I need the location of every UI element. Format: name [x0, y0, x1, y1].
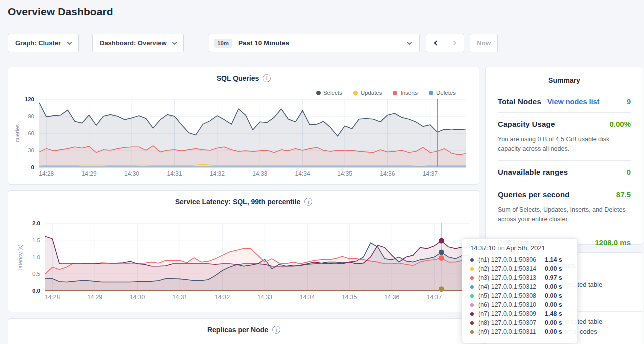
- svg-text:60: 60: [28, 130, 34, 136]
- chevron-down-icon: [67, 40, 72, 45]
- chart-title: Service Latency: SQL, 99th percentile i: [8, 198, 479, 206]
- summary-row-total-nodes: Total Nodes View nodes list 9: [498, 90, 631, 112]
- node-color-dot-icon: [470, 285, 474, 289]
- legend-dot-icon: [353, 91, 358, 95]
- node-label: (n3) 127.0.0.1:50313: [478, 274, 545, 281]
- tooltip-rows: (n1) 127.0.0.1:503061.14 s(n2) 127.0.0.1…: [470, 255, 569, 336]
- replicas-per-node-card: Replicas per Node i: [8, 318, 479, 344]
- metric-label: Unavailable ranges: [498, 168, 568, 176]
- graph-dropdown-label: Graph: Cluster: [15, 39, 61, 47]
- node-value: 0.00 s: [545, 328, 562, 335]
- tooltip-date: Apr 5th, 2021: [506, 244, 545, 252]
- sql-queries-card: SQL Queries i SelectsUpdatesInsertsDelet…: [8, 67, 479, 185]
- chevron-left-icon: [434, 41, 439, 46]
- svg-text:1.5: 1.5: [32, 237, 40, 243]
- sql-queries-title: SQL Queries: [217, 74, 259, 82]
- svg-text:120: 120: [25, 96, 34, 102]
- time-range-selector[interactable]: 10m Past 10 Minutes: [209, 34, 420, 52]
- svg-text:14:31: 14:31: [172, 294, 187, 301]
- legend-dot-icon: [429, 91, 433, 95]
- view-nodes-link[interactable]: View nodes list: [547, 98, 600, 106]
- legend-dot-icon: [316, 91, 321, 95]
- time-range-badge: 10m: [214, 39, 232, 48]
- svg-text:14:31: 14:31: [167, 170, 182, 177]
- service-latency-chart[interactable]: 0.00.51.01.52.014:2814:2914:3014:3114:32…: [8, 219, 480, 313]
- svg-text:14:29: 14:29: [87, 294, 102, 301]
- svg-text:14:32: 14:32: [210, 170, 225, 177]
- tooltip-time: 14:37:10: [470, 244, 496, 252]
- node-label: (n1) 127.0.0.1:50306: [478, 256, 545, 263]
- node-color-dot-icon: [470, 258, 474, 262]
- metric-value: 0.00%: [609, 120, 631, 128]
- node-value: 1.14 s: [545, 256, 562, 263]
- svg-text:14:33: 14:33: [252, 170, 267, 177]
- svg-text:14:30: 14:30: [124, 170, 139, 177]
- node-value: 0.00 s: [545, 292, 562, 299]
- tooltip-row: (n8) 127.0.0.1:503070.00 s: [470, 318, 569, 327]
- metric-label: Total Nodes: [498, 97, 541, 106]
- node-color-dot-icon: [470, 267, 474, 271]
- summary-title: Summary: [486, 76, 643, 84]
- info-icon[interactable]: i: [263, 74, 271, 82]
- summary-row-capacity: Capacity Usage 0.00%: [498, 113, 631, 135]
- now-button[interactable]: Now: [470, 34, 498, 52]
- sql-queries-chart[interactable]: 030609012014:2814:2914:3014:3114:3214:33…: [8, 95, 480, 185]
- summary-card: Summary Total Nodes View nodes list 9 Ca…: [485, 67, 643, 245]
- svg-text:30: 30: [28, 147, 34, 153]
- node-color-dot-icon: [470, 276, 474, 280]
- node-color-dot-icon: [470, 330, 474, 334]
- node-value: 0.00 s: [545, 265, 562, 272]
- svg-text:1.0: 1.0: [32, 254, 40, 260]
- chevron-down-icon: [407, 40, 412, 45]
- service-latency-card: Service Latency: SQL, 99th percentile i …: [8, 190, 479, 312]
- svg-text:14:36: 14:36: [384, 294, 399, 301]
- node-label: (n5) 127.0.0.1:50308: [478, 292, 545, 299]
- svg-text:14:37: 14:37: [423, 170, 438, 177]
- node-value: 0.97 s: [545, 274, 562, 281]
- svg-text:14:33: 14:33: [257, 294, 272, 301]
- node-label: (n9) 127.0.0.1:50311: [478, 328, 545, 335]
- metric-value: 87.5: [616, 190, 631, 199]
- svg-text:0.0: 0.0: [32, 288, 40, 294]
- chevron-right-icon: [451, 41, 456, 46]
- tooltip-row: (n9) 127.0.0.1:503110.00 s: [470, 327, 569, 336]
- node-color-dot-icon: [470, 303, 474, 307]
- legend-dot-icon: [393, 91, 397, 95]
- metric-label: Queries per second: [498, 190, 570, 199]
- dashboard-dropdown[interactable]: Dashboard: Overview: [92, 34, 184, 52]
- summary-row-qps: Queries per second 87.5: [498, 183, 631, 205]
- node-label: (n2) 127.0.0.1:50314: [478, 265, 545, 272]
- metric-value: 0: [627, 168, 631, 176]
- node-value: 0.00 s: [545, 319, 562, 326]
- svg-text:14:34: 14:34: [300, 294, 315, 301]
- chevron-down-icon: [172, 40, 177, 45]
- tooltip-row: (n6) 127.0.0.1:503100.00 s: [470, 300, 569, 309]
- controls-divider: [198, 35, 198, 51]
- svg-text:2.0: 2.0: [32, 220, 40, 226]
- node-label: (n6) 127.0.0.1:50310: [478, 301, 545, 308]
- metric-value: 9: [627, 97, 631, 106]
- info-icon[interactable]: i: [272, 326, 280, 334]
- svg-text:queries: queries: [14, 124, 20, 142]
- time-next-button[interactable]: [445, 34, 464, 52]
- tooltip-row: (n5) 127.0.0.1:503080.00 s: [470, 291, 569, 300]
- replicas-title: Replicas per Node: [207, 326, 268, 334]
- service-latency-title: Service Latency: SQL, 99th percentile: [175, 198, 301, 206]
- svg-text:14:30: 14:30: [130, 294, 145, 301]
- tooltip-row: (n1) 127.0.0.1:503061.14 s: [470, 255, 569, 264]
- node-color-dot-icon: [470, 312, 474, 316]
- node-value: 0.00 s: [545, 301, 562, 308]
- time-prev-button[interactable]: [426, 34, 445, 52]
- svg-text:latency (s): latency (s): [17, 244, 23, 270]
- node-value: 1.48 s: [545, 310, 562, 317]
- tooltip-row: (n2) 127.0.0.1:503140.00 s: [470, 264, 569, 273]
- dashboard-dropdown-label: Dashboard: Overview: [100, 39, 167, 47]
- info-icon[interactable]: i: [304, 198, 312, 206]
- svg-text:14:35: 14:35: [337, 170, 352, 177]
- metric-description: You are using 0 B of 4.5 GiB usable disk…: [498, 135, 631, 160]
- graph-dropdown[interactable]: Graph: Cluster: [8, 34, 79, 52]
- node-label: (n8) 127.0.0.1:50307: [478, 319, 545, 326]
- tooltip-timestamp: 14:37:10 on Apr 5th, 2021: [470, 244, 569, 252]
- tooltip-connector: on: [497, 244, 504, 252]
- svg-text:0: 0: [31, 164, 34, 170]
